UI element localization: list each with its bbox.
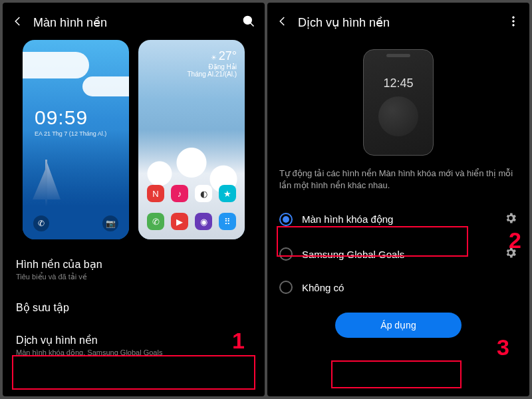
section-title: Hình nền của bạn xyxy=(16,258,251,271)
app-icon: ▶ xyxy=(171,213,188,230)
sailboat-art xyxy=(29,153,63,206)
svg-point-4 xyxy=(513,25,515,27)
option-dynamic-lockscreen[interactable]: Màn hình khóa động xyxy=(277,202,520,237)
search-icon[interactable] xyxy=(242,15,255,31)
option-none[interactable]: Không có xyxy=(277,271,520,303)
lock-date: EA 21 Thg 7 (12 Tháng Al.) xyxy=(35,130,106,137)
app-icon: ◉ xyxy=(195,213,212,230)
lock-time: 09:59 xyxy=(35,106,88,129)
section-title: Dịch vụ hình nền xyxy=(16,334,251,346)
annotation-box-3 xyxy=(331,360,462,388)
svg-point-0 xyxy=(244,17,252,25)
page-title: Màn hình nền xyxy=(33,15,233,30)
phone-shortcut-icon: ✆ xyxy=(33,215,49,231)
section-wallpaper-services[interactable]: Dịch vụ hình nền Màn hình khóa động, Sam… xyxy=(12,325,255,366)
home-app-grid: N ♪ ◐ ★ ✆ ▶ ◉ ⠿ xyxy=(138,182,245,233)
gear-icon[interactable] xyxy=(504,211,517,227)
header: Màn hình nền xyxy=(12,9,255,36)
svg-line-1 xyxy=(251,23,254,27)
app-icon: ⠿ xyxy=(219,213,236,230)
apply-button[interactable]: Áp dụng xyxy=(335,313,462,338)
wallpaper-previews: 09:59 EA 21 Thg 7 (12 Tháng Al.) ✆ 📷 ☀ 2… xyxy=(12,36,255,249)
svg-point-2 xyxy=(513,17,515,19)
mini-time: 12:45 xyxy=(364,76,433,90)
radio-icon[interactable] xyxy=(279,213,293,226)
radio-label: Màn hình khóa động xyxy=(302,213,495,225)
more-icon[interactable] xyxy=(507,15,520,31)
back-icon[interactable] xyxy=(277,15,289,30)
annotation-number-2: 2 xyxy=(509,227,521,253)
radio-label: Không có xyxy=(302,282,517,293)
app-icon: N xyxy=(147,185,164,202)
app-icon: ♪ xyxy=(171,185,188,202)
header: Dịch vụ hình nền xyxy=(277,9,520,36)
radio-label: Samsung Global Goals xyxy=(302,249,495,260)
camera-shortcut-icon: 📷 xyxy=(102,215,118,231)
section-title: Bộ sưu tập xyxy=(16,301,251,314)
lockscreen-preview[interactable]: 09:59 EA 21 Thg 7 (12 Tháng Al.) ✆ 📷 xyxy=(23,40,129,239)
screen-wallpaper-settings: Màn hình nền 09:59 EA 21 Thg 7 (12 Tháng… xyxy=(3,3,265,396)
section-your-wallpapers[interactable]: Hình nền của bạn Tiêu biểu và đã tải về xyxy=(12,249,255,291)
annotation-number-3: 3 xyxy=(497,334,509,360)
svg-point-3 xyxy=(513,21,515,23)
annotation-number-1: 1 xyxy=(232,328,245,354)
back-icon[interactable] xyxy=(12,15,24,30)
screen-wallpaper-services: Dịch vụ hình nền 12:45 Tự động tải các h… xyxy=(267,3,529,396)
app-icon: ✆ xyxy=(147,213,164,230)
homescreen-preview[interactable]: ☀ 27° Đặng Hải Tháng Al.21/(Al.) N ♪ ◐ ★… xyxy=(138,40,245,239)
section-subtitle: Màn hình khóa động, Samsung Global Goals xyxy=(16,348,251,357)
section-subtitle: Tiêu biểu và đã tải về xyxy=(16,273,251,281)
app-icon: ◐ xyxy=(195,185,212,202)
radio-icon[interactable] xyxy=(279,281,293,294)
service-preview-phone: 12:45 xyxy=(363,49,434,156)
page-title: Dịch vụ hình nền xyxy=(298,15,497,30)
app-icon: ★ xyxy=(219,185,236,202)
weather-widget: ☀ 27° Đặng Hải Tháng Al.21/(Al.) xyxy=(188,49,237,78)
section-gallery[interactable]: Bộ sưu tập xyxy=(12,292,255,323)
service-description: Tự động tải các hình nền Màn hình khóa m… xyxy=(277,168,520,202)
option-samsung-global-goals[interactable]: Samsung Global Goals xyxy=(277,237,520,271)
radio-icon[interactable] xyxy=(279,247,293,261)
